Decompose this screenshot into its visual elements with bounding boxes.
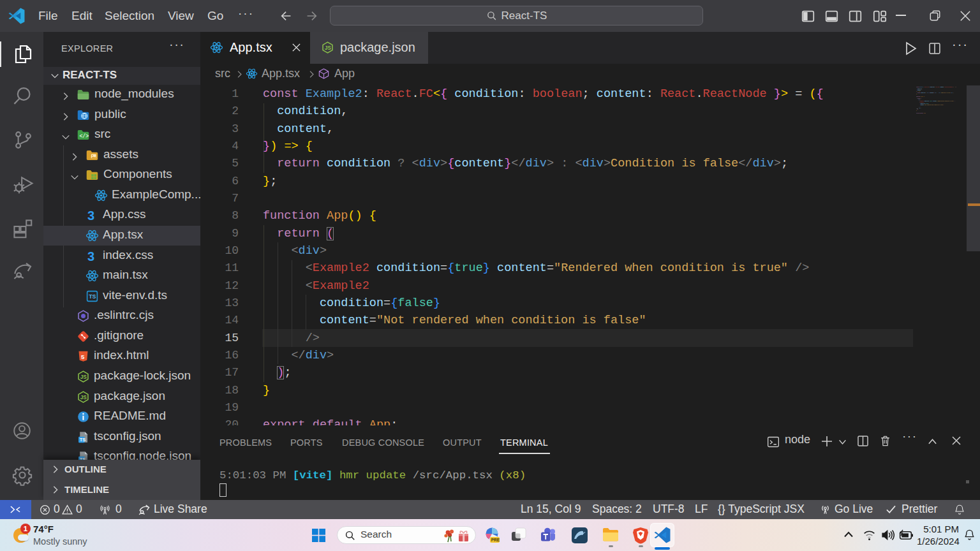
svg-text:TS: TS (89, 293, 96, 300)
svg-text:5: 5 (81, 353, 85, 360)
svg-text:3: 3 (87, 249, 94, 263)
svg-text:TS: TS (80, 437, 86, 443)
svg-text:JS: JS (80, 374, 87, 380)
svg-text:3: 3 (87, 209, 94, 222)
svg-text:PRE: PRE (491, 538, 500, 542)
svg-text:JS: JS (80, 394, 87, 400)
svg-text:</>: </> (79, 133, 89, 139)
svg-text:JS: JS (325, 45, 332, 51)
